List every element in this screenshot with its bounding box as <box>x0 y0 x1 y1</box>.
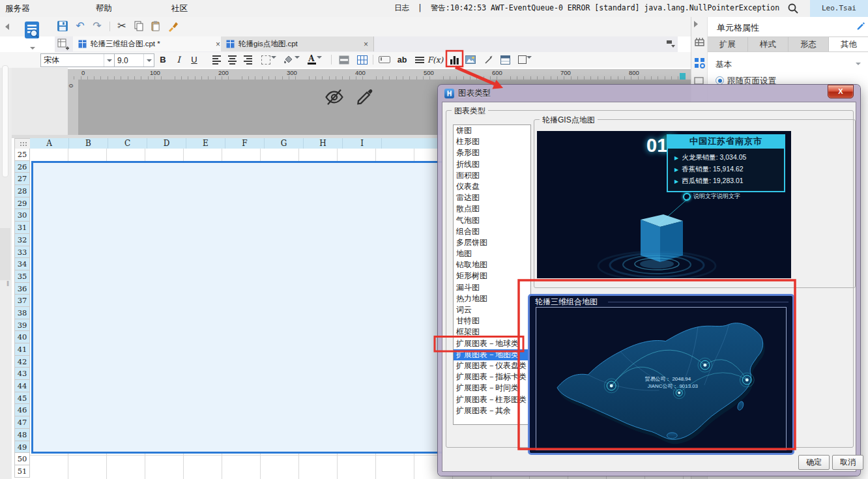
chart-type-item[interactable]: 漏斗图 <box>454 282 530 293</box>
column-header[interactable]: A <box>30 138 69 149</box>
hide-widget-icon[interactable] <box>324 87 345 107</box>
align-right-icon[interactable] <box>241 53 254 66</box>
chart-type-item[interactable]: 饼图 <box>454 125 530 136</box>
tab-list-dropdown-icon[interactable] <box>666 40 676 48</box>
column-header[interactable]: F <box>225 138 265 149</box>
chart-type-item[interactable]: 多层饼图 <box>454 237 530 248</box>
row-header[interactable]: 37 <box>14 295 30 307</box>
row-header[interactable]: 33 <box>14 246 30 259</box>
chart-type-item[interactable]: 扩展图表－柱形图类 <box>454 394 530 405</box>
chart-type-item[interactable]: 条形图 <box>454 147 530 158</box>
insert-shape-line-icon[interactable] <box>482 53 495 66</box>
attribute-tab[interactable]: 其他 <box>829 37 868 51</box>
italic-button[interactable]: I <box>172 53 185 66</box>
radio-selected-icon[interactable] <box>716 76 724 85</box>
chart-type-item[interactable]: 甘特图 <box>454 315 530 327</box>
save-button[interactable] <box>55 19 70 33</box>
template-preview-icon[interactable] <box>23 21 42 51</box>
font-color-dropdown-caret[interactable] <box>317 59 322 68</box>
insert-chart-icon[interactable] <box>448 53 461 66</box>
combo-3d-map-group-selected[interactable]: 轮播三维组合地图 <box>528 294 794 455</box>
row-header[interactable]: 46 <box>14 404 30 416</box>
chart-type-item[interactable]: 散点图 <box>454 203 530 214</box>
column-header[interactable]: C <box>108 138 147 149</box>
split-cells-icon[interactable] <box>356 53 369 66</box>
text-field-widget-icon[interactable] <box>378 53 391 66</box>
insert-image-icon[interactable] <box>464 53 477 66</box>
row-header[interactable]: 49 <box>14 441 30 454</box>
chart-type-list[interactable]: 饼图柱形图条形图折线图面积图仪表盘雷达图散点图气泡图组合图多层饼图地图钻取地图矩… <box>453 124 531 425</box>
column-header[interactable]: H <box>304 138 343 149</box>
row-header[interactable]: 38 <box>14 307 30 319</box>
chart-type-item[interactable]: 热力地图 <box>454 293 530 304</box>
font-size-select[interactable]: 9.0 <box>114 53 154 67</box>
underline-button[interactable]: U <box>188 53 201 66</box>
border-dropdown-caret[interactable] <box>271 59 276 68</box>
user-account[interactable]: Leo.Tsai <box>810 0 868 17</box>
new-tab-icon[interactable] <box>57 38 69 50</box>
splitter-handle[interactable]: ‖ <box>7 280 9 287</box>
dialog-title-bar[interactable]: H 图表类型 <box>444 88 491 99</box>
row-header[interactable]: 48 <box>14 429 30 441</box>
row-header[interactable]: 28 <box>14 185 30 197</box>
tab-close-icon[interactable]: × <box>364 40 368 49</box>
chart-type-item[interactable]: 扩展图表－其余 <box>454 405 530 416</box>
row-header[interactable]: 25 <box>14 149 30 161</box>
row-header[interactable]: 36 <box>14 283 30 295</box>
column-header[interactable]: G <box>265 138 304 149</box>
cell-element-icon-active[interactable] <box>694 57 705 68</box>
row-header[interactable]: 26 <box>14 161 30 173</box>
china-map-preview[interactable]: 贸易公司： 2048.94 JIANC公司： 9013.03 <box>536 307 787 450</box>
row-header[interactable]: 32 <box>14 234 30 246</box>
tab-close-icon[interactable]: × <box>216 40 220 49</box>
chart-type-item[interactable]: 雷达图 <box>454 192 530 203</box>
basic-section-header[interactable]: 基本 <box>708 56 868 73</box>
cut-icon[interactable]: ✂ <box>115 19 129 33</box>
row-header[interactable]: 30 <box>14 209 30 222</box>
row-header[interactable]: 35 <box>14 270 30 283</box>
chart-type-item[interactable]: 柱形图 <box>454 136 530 147</box>
menu-server[interactable]: 服务器 <box>5 3 30 14</box>
collapse-right-panel-icon[interactable] <box>694 21 698 27</box>
ok-button[interactable]: 确定 <box>798 455 830 470</box>
merge-cells-icon[interactable] <box>338 53 351 66</box>
log-label[interactable]: 日志 <box>394 3 409 12</box>
row-header[interactable]: 47 <box>14 416 30 429</box>
align-left-icon[interactable] <box>210 53 223 66</box>
column-header[interactable]: I <box>343 138 382 149</box>
attribute-tab[interactable]: 扩展 <box>708 37 748 51</box>
paste-icon[interactable] <box>149 19 163 33</box>
column-header[interactable]: B <box>69 138 108 149</box>
row-header[interactable]: 41 <box>14 343 30 356</box>
undo-button[interactable]: ↶ <box>73 19 87 33</box>
row-header[interactable]: 31 <box>14 222 30 234</box>
chart-type-item[interactable]: 折线图 <box>454 159 530 170</box>
font-color-icon[interactable]: A <box>305 53 318 66</box>
left-panel-tab[interactable] <box>0 228 10 280</box>
dialog-close-button[interactable]: X <box>828 85 854 98</box>
row-header[interactable]: 43 <box>14 368 30 380</box>
menu-help[interactable]: 帮助 <box>96 3 112 14</box>
widget-settings-icon[interactable] <box>694 77 704 85</box>
left-collapsed-panel[interactable]: ‖ <box>0 68 12 479</box>
chart-type-item[interactable]: 扩展图表－时间类 <box>454 383 530 394</box>
fill-color-icon[interactable] <box>282 53 295 66</box>
column-header[interactable]: D <box>147 138 186 149</box>
align-center-icon[interactable] <box>225 53 239 66</box>
tab-carousel-3d-combo-map[interactable]: 轮播三维组合图.cpt * × <box>73 36 226 51</box>
chart-type-item[interactable]: 扩展图表－地图类 <box>454 349 530 360</box>
chart-type-item[interactable]: 扩展图表－指标卡类 <box>454 371 530 383</box>
search-icon[interactable] <box>787 3 799 14</box>
gis-map-preview[interactable]: 01 中国江苏省南京市 ▶火龙果销量: 3,034.05 ▶香蕉销量: 15,9… <box>537 131 791 278</box>
bold-button[interactable]: B <box>156 53 169 66</box>
format-painter-icon[interactable] <box>166 19 180 33</box>
chart-type-item[interactable]: 框架图 <box>454 327 530 338</box>
chart-type-item[interactable]: 扩展图表－仪表盘类 <box>454 360 530 371</box>
row-header[interactable]: 39 <box>14 319 30 332</box>
chart-type-item[interactable]: 组合图 <box>454 226 530 237</box>
column-header[interactable]: E <box>186 138 225 149</box>
chart-type-item[interactable]: 矩形树图 <box>454 270 530 282</box>
row-header[interactable]: 34 <box>14 258 30 270</box>
row-header[interactable]: 27 <box>14 173 30 185</box>
formula-icon[interactable]: F(x) <box>429 53 442 66</box>
